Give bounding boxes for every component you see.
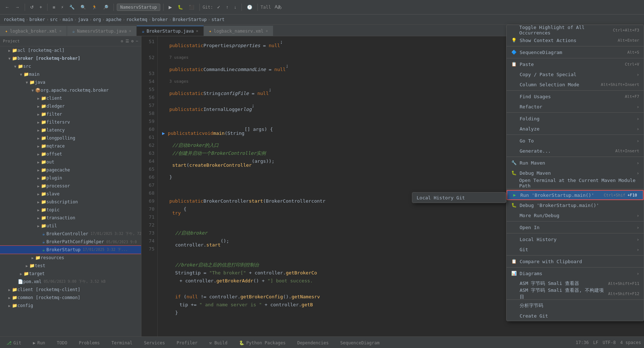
project-selector[interactable]: NamesrvStartup <box>117 4 160 11</box>
tree-item-client[interactable]: ▶ 📁 client <box>0 94 141 102</box>
layout-icon[interactable]: ☰ <box>125 39 129 44</box>
tree-item-dledger[interactable]: ▶ 📁 dledger <box>0 102 141 110</box>
ctx-debug-broker[interactable]: 🐛Debug 'BrokerStartup.main()' <box>507 200 644 210</box>
tree-item-plugin[interactable]: ▶ 📁 plugin <box>0 174 141 182</box>
add-button[interactable]: + <box>37 4 44 11</box>
debug-config-button[interactable]: 🐛 <box>176 4 185 11</box>
tree-item-rocketmq-common[interactable]: ▶ 📁 common [rocketmq-common] <box>0 294 141 302</box>
tree-item-rocketmq-client[interactable]: ▶ 📁 client [rocketmq-client] <box>0 286 141 294</box>
tab-close-button[interactable]: × <box>59 29 62 33</box>
ctx-git[interactable]: Git › <box>507 244 644 254</box>
tab-logback-broker[interactable]: ✦ logback_broker.xml × <box>0 26 67 36</box>
tree-item-package[interactable]: ▼ 📦 org.apache.rocketmq.broker <box>0 86 141 94</box>
ctx-folding[interactable]: Folding › <box>507 113 644 124</box>
tree-item-processor[interactable]: ▶ 📁 processor <box>0 182 141 190</box>
ctx-column-selection[interactable]: Column Selection Mode Alt+Shift+Insert <box>507 79 644 90</box>
tree-item-resources[interactable]: ▶ 📁 resources <box>0 254 141 262</box>
tree-item-longpolling[interactable]: ▶ 📁 longpolling <box>0 134 141 142</box>
breadcrumb-rocketmq2[interactable]: rocketmq <box>126 17 147 22</box>
ctx-find-usages[interactable]: Find Usages Alt+F7 <box>507 91 644 102</box>
ctx-sequence-diagram[interactable]: 🔷SequenceDiagram Alt+S <box>507 47 644 57</box>
tree-item-mqtrace[interactable]: ▶ 📁 mqtrace <box>0 142 141 150</box>
tree-item-topic[interactable]: ▶ 📁 topic <box>0 206 141 214</box>
ctx-diagrams[interactable]: 📊Diagrams › <box>507 268 644 278</box>
scope-icon[interactable]: ⊙ <box>121 39 123 44</box>
bottom-tab-python-packages[interactable]: 🐍 Python Packages <box>235 337 289 348</box>
bottom-tab-dependencies[interactable]: Dependencies <box>294 337 333 348</box>
ctx-analyze[interactable]: Analyze › <box>507 124 644 134</box>
tab-namesrv[interactable]: ☕ NamesrvStartup.java × <box>67 26 137 36</box>
ctx-local-history[interactable]: Local History › <box>507 234 644 244</box>
bottom-tab-run[interactable]: ▶ Run <box>29 337 49 348</box>
tree-item-util[interactable]: ▶ 📁 util <box>0 222 141 230</box>
tree-item-main[interactable]: ▼ 📁 main <box>0 70 141 78</box>
tree-item-target[interactable]: ▶ 📁 target <box>0 270 141 278</box>
collapse-icon[interactable]: − <box>136 39 138 44</box>
tree-item-brokercontroller[interactable]: ▶ ☕ BrokerController 17/01/2025 3:32 下午,… <box>0 230 141 238</box>
git-push-button[interactable]: ↑ <box>224 4 231 11</box>
bottom-tab-git[interactable]: ⎇ Git <box>3 337 25 348</box>
tree-item-src[interactable]: ▼ 📁 src <box>0 62 141 70</box>
breadcrumb-src[interactable]: src <box>50 17 58 22</box>
stop-button[interactable]: ⬛ <box>187 4 197 11</box>
bottom-tab-terminal[interactable]: Terminal <box>108 337 136 348</box>
translate-button[interactable]: Aあ <box>272 3 284 11</box>
back-button[interactable]: ← <box>3 4 12 11</box>
tree-item-brokerpathconfig[interactable]: ▶ ☕ BrokerPathConfigHelper 05/06/2023 9:… <box>0 238 141 246</box>
breadcrumb-java[interactable]: java <box>78 17 88 22</box>
ctx-analyze-bytecode[interactable]: 分析字节码 <box>507 301 644 311</box>
git-commit-button[interactable]: ✓ <box>215 4 223 11</box>
tab-close-button[interactable]: × <box>196 29 198 33</box>
bottom-tab-build[interactable]: ⚒ Build <box>206 337 231 348</box>
breadcrumb-rocketmq[interactable]: rocketmq <box>4 17 25 22</box>
tree-item-filter[interactable]: ▶ 📁 filter <box>0 110 141 118</box>
bottom-tab-profiler[interactable]: Profiler <box>173 337 201 348</box>
tab-close-button[interactable]: × <box>129 29 131 33</box>
tree-item-slave[interactable]: ▶ 📁 slave <box>0 190 141 198</box>
tree-item-filtersrv[interactable]: ▶ 📁 filtersrv <box>0 118 141 126</box>
tree-item-transaction[interactable]: ▶ 📁 transaction <box>0 214 141 222</box>
bottom-tab-problems[interactable]: Problems <box>75 337 104 348</box>
tab-close-button[interactable]: × <box>265 29 268 33</box>
git-pull-button[interactable]: ↓ <box>232 4 239 11</box>
breadcrumb-broker2[interactable]: broker <box>152 17 168 22</box>
ctx-goto[interactable]: Go To › <box>507 136 644 146</box>
ctx-asm-smali2[interactable]: ASM 字节码 Smali 查看器, 不构建项目 Alt+Shift+F12 <box>507 289 644 299</box>
tree-item-pagecache[interactable]: ▶ 📁 pagecache <box>0 166 141 174</box>
submenu-local-history-git[interactable]: Local History Git <box>412 192 506 203</box>
tree-item-brokerstartup[interactable]: ▶ ☕ BrokerStartup 17/01/2025 3:32 下... <box>0 246 141 254</box>
bottom-tab-sequence-diagram[interactable]: SequenceDiagram <box>337 337 383 348</box>
forward-button[interactable]: → <box>13 4 22 11</box>
breadcrumb-start[interactable]: start <box>211 17 224 22</box>
breadcrumb-main[interactable]: main <box>63 17 73 22</box>
ctx-compare-clipboard[interactable]: 📋Compare with Clipboard <box>507 256 644 266</box>
tree-item-pom[interactable]: ▶ 📄 pom.xml 05/06/2023 9:00 下午, 3.52 kB <box>0 278 141 286</box>
ctx-generate[interactable]: Generate... Alt+Insert <box>507 146 644 156</box>
tree-item-acl[interactable]: ▶ 📁 acl [rocketmq-acl] <box>0 46 141 54</box>
tree-item-offset[interactable]: ▶ 📁 offset <box>0 150 141 158</box>
ctx-refactor[interactable]: Refactor › <box>507 102 644 112</box>
ctx-copy-paste-special[interactable]: Copy / Paste Special › <box>507 69 644 79</box>
refresh-button[interactable]: ↺ <box>28 4 36 11</box>
ctx-create-git[interactable]: Create Git <box>507 311 644 321</box>
tree-item-test[interactable]: ▶ 📁 test <box>0 262 141 270</box>
ctx-paste[interactable]: 📋Paste Ctrl+V <box>507 59 644 69</box>
ctx-open-terminal[interactable]: Open Terminal at the Current Maven Modul… <box>507 178 644 188</box>
ctx-toggle-highlight[interactable]: Toggle Highlight of All Occurrences Ctrl… <box>507 25 644 35</box>
bottom-tab-services[interactable]: Services <box>140 337 169 348</box>
breadcrumb-brokerstartup[interactable]: BrokerStartup <box>173 17 207 22</box>
breadcrumb-broker[interactable]: broker <box>29 17 45 22</box>
breadcrumb-apache[interactable]: apache <box>106 17 121 22</box>
clock-button[interactable]: 🕐 <box>245 4 255 11</box>
tree-item-broker[interactable]: ▼ 📁 broker [rocketmq-broker] <box>0 54 141 62</box>
ctx-show-context[interactable]: 💡Show Context Actions Alt+Enter <box>507 35 644 45</box>
settings-icon[interactable]: ⚙ <box>131 39 134 44</box>
ctx-open-in[interactable]: Open In › <box>507 222 644 232</box>
run-config-button[interactable]: ▶ <box>166 4 174 11</box>
tab-logback-namesrv[interactable]: ✦ logback_namesrv.xml × <box>204 26 273 36</box>
tree-item-java[interactable]: ▼ 📁 java <box>0 78 141 86</box>
tree-item-subscription[interactable]: ▶ 📁 subscription <box>0 198 141 206</box>
tab-brokerstartup[interactable]: ☕ BrokerStartup.java × <box>137 26 204 36</box>
ctx-debug-maven[interactable]: 🐛Debug Maven › <box>507 168 644 178</box>
tree-item-latency[interactable]: ▶ 📁 latency <box>0 126 141 134</box>
